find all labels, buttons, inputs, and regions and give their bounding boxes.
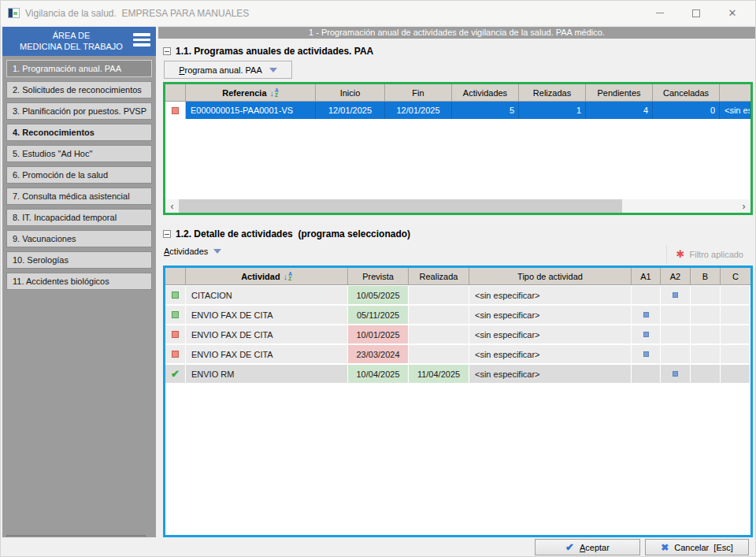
column-header-realizada[interactable]: Realizada [409,268,469,284]
cell-prevista: 10/04/2025 [348,365,409,383]
cell-b [691,325,721,343]
status-green-square-icon [172,311,179,318]
actividades-dropdown[interactable]: Actividades [164,247,221,256]
close-button[interactable]: ✕ [714,1,750,25]
cell-tipo: <sin especificar> [469,345,632,363]
sidebar-title: ÁREA DE MEDICINA DEL TRABAJO [20,31,123,51]
sidebar: ÁREA DE MEDICINA DEL TRABAJO 1. Programa… [2,27,156,544]
check-icon: ✔ [565,541,574,553]
window-titlebar: Vigilancia de la salud. EMPRESA PARA MAN… [1,1,755,25]
column-header-referencia[interactable]: Referencia ↓AZ [186,84,316,101]
activity-row[interactable]: ENVIO FAX DE CITA 10/01/2025 <sin especi… [165,325,750,343]
column-header-pendientes[interactable]: Pendientes [586,84,653,101]
scroll-right-icon[interactable]: › [737,199,750,213]
dropdown-label: Actividades [164,247,208,256]
cell-pendientes: 4 [586,102,653,119]
blue-square-icon [673,371,678,377]
sidebar-item-serologias[interactable]: 10. Serologías [6,251,152,269]
row-status-cell: ✔ [165,365,186,383]
column-header-actividades[interactable]: Actividades [452,84,519,101]
column-header-prevista[interactable]: Prevista [348,268,409,284]
cell-prevista: 05/11/2025 [348,306,409,324]
column-header-a2[interactable]: A2 [661,268,691,284]
column-header-actividad[interactable]: Actividad ↓AZ [186,268,348,284]
scrollbar-thumb[interactable] [179,199,622,213]
blue-square-icon [643,312,649,317]
cell-a2 [661,325,691,343]
cell-b [691,286,721,304]
minimize-icon [656,13,664,13]
activity-row[interactable]: ENVIO FAX DE CITA 05/11/2025 <sin especi… [165,306,750,324]
collapse-icon[interactable] [163,230,171,238]
section-1-1-header: 1.1. Programas anuales de actividades. P… [163,46,373,57]
column-header-a1[interactable]: A1 [632,268,661,284]
sidebar-item-solicitudes[interactable]: 2. Solicitudes de reconocimientos [6,81,152,98]
cell-actividad: ENVIO FAX DE CITA [186,306,348,324]
programa-anual-dropdown[interactable]: Programa anual. PAA [164,61,292,79]
cell-a2 [661,345,691,363]
column-header-b[interactable]: B [691,268,721,284]
cell-c [721,345,750,363]
row-status-cell [165,325,186,343]
column-header-icon[interactable] [165,84,186,101]
sidebar-item-programacion-anual[interactable]: 1. Programación anual. PAA [6,60,152,77]
scroll-left-icon[interactable]: ‹ [165,199,179,213]
column-header-icon[interactable] [165,268,186,284]
cell-realizada [409,306,469,324]
filter-applied-badge[interactable]: ✱ Filtro aplicado [666,245,751,263]
sidebar-item-estudios-adhoc[interactable]: 5. Estudios "Ad Hoc" [6,145,152,162]
column-header-extra[interactable] [720,84,750,101]
column-header-tipo[interactable]: Tipo de actividad [469,268,632,284]
blue-square-icon [673,292,678,298]
maximize-icon [692,9,700,17]
hamburger-menu-icon[interactable] [133,33,150,46]
app-icon [8,8,20,18]
filter-applied-label: Filtro aplicado [690,250,743,259]
close-icon: ✕ [728,7,737,19]
sidebar-item-incapacidad-temporal[interactable]: 8. IT. Incapacidad temporal [6,209,152,226]
horizontal-scrollbar[interactable]: ‹ › [165,199,750,213]
programa-row-selected[interactable]: E000000015-PAA0001-VS 12/01/2025 12/01/2… [165,102,750,119]
cell-prevista: 23/03/2024 [348,345,409,363]
actividades-table: Actividad ↓AZ Prevista Realizada Tipo de… [163,266,753,537]
row-status-cell [165,286,186,304]
cell-fin: 12/01/2025 [385,102,452,119]
cell-referencia: E000000015-PAA0001-VS [186,102,316,119]
column-header-inicio[interactable]: Inicio [316,84,385,101]
column-header-canceladas[interactable]: Canceladas [653,84,720,101]
minimize-button[interactable] [642,1,678,25]
cell-a1 [632,306,661,324]
accept-button[interactable]: ✔ Aceptar [535,539,640,555]
cell-realizada: 11/04/2025 [409,365,469,383]
maximize-button[interactable] [678,1,714,25]
page-title: 1 - Programación anual de actividades de… [158,27,755,39]
sidebar-item-reconocimientos[interactable]: 4. Reconocimientos [6,124,152,141]
sidebar-item-consulta-medica[interactable]: 7. Consulta médica asistencial [6,188,152,205]
cell-inicio: 12/01/2025 [316,102,385,119]
sidebar-item-planificacion[interactable]: 3. Planificación por puestos. PVSP [6,102,152,120]
column-header-c[interactable]: C [721,268,750,284]
column-header-relizadas[interactable]: Relizadas [519,84,586,101]
cancel-button-label: Cancelar [Esc] [674,543,733,552]
collapse-icon[interactable] [163,47,171,55]
activity-row-selected[interactable]: ✔ ENVIO RM 10/04/2025 11/04/2025 <sin es… [165,365,750,383]
sort-az-icon: ↓AZ [284,272,292,280]
cell-relizadas: 1 [519,102,586,119]
cell-prevista: 10/01/2025 [348,325,409,343]
section-1-2-title: 1.2. Detalle de actividades (programa se… [176,228,410,240]
app-window: { "window": { "title": "Vigilancia de la… [0,0,756,557]
activity-row[interactable]: ENVIO FAX DE CITA 23/03/2024 <sin especi… [165,345,750,363]
sidebar-item-vacunaciones[interactable]: 9. Vacunaciones [6,230,152,247]
column-header-fin[interactable]: Fin [385,84,452,101]
cell-c [721,325,750,343]
actividades-table-header: Actividad ↓AZ Prevista Realizada Tipo de… [165,268,750,285]
activity-row[interactable]: CITACION 10/05/2025 <sin especificar> [165,286,750,304]
sidebar-item-promocion-salud[interactable]: 6. Promoción de la salud [6,166,152,184]
sort-az-icon: ↓AZ [270,88,279,97]
cell-b [691,365,721,383]
cell-a1 [632,365,661,383]
status-red-square-icon [172,107,179,114]
cell-a2 [661,365,691,383]
sidebar-item-accidentes-biologicos[interactable]: 11. Accidentes biológicos [6,273,152,290]
cancel-button[interactable]: ✖ Cancelar [Esc] [645,539,749,555]
